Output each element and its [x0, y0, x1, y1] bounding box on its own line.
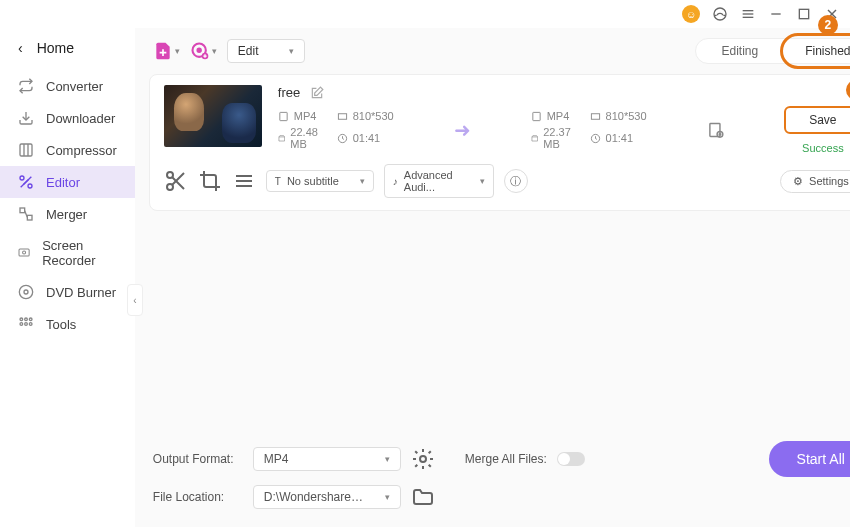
sidebar-item-compressor[interactable]: Compressor [0, 134, 135, 166]
svg-point-20 [23, 251, 26, 254]
chevron-down-icon: ▾ [385, 454, 390, 464]
source-meta: MP4 810*530 22.48 MB 01:41 [278, 110, 394, 150]
svg-line-18 [25, 211, 28, 218]
svg-rect-19 [19, 249, 29, 256]
save-button[interactable]: Save 1 [784, 106, 850, 134]
output-settings-icon[interactable] [707, 120, 724, 140]
chevron-down-icon: ▾ [360, 176, 365, 186]
sidebar-item-label: Screen Recorder [42, 238, 117, 268]
info-icon[interactable]: ⓘ [504, 169, 528, 193]
svg-point-24 [25, 318, 28, 321]
settings-button[interactable]: ⚙Settings [780, 170, 850, 193]
sidebar-item-label: Editor [46, 175, 80, 190]
chevron-down-icon: ▾ [480, 176, 485, 186]
size-icon [531, 133, 539, 144]
svg-point-40 [167, 172, 173, 178]
subtitle-select[interactable]: TNo subtitle▾ [266, 170, 374, 192]
collapse-sidebar-button[interactable]: ‹ [127, 284, 143, 316]
user-avatar[interactable]: ☺ [682, 5, 700, 23]
svg-rect-32 [280, 112, 287, 120]
merger-icon [18, 206, 34, 222]
svg-rect-16 [20, 208, 25, 213]
sidebar-item-converter[interactable]: Converter [0, 70, 135, 102]
compressor-icon [18, 142, 34, 158]
maximize-icon[interactable] [796, 6, 812, 22]
svg-rect-5 [799, 9, 808, 18]
svg-rect-17 [27, 215, 32, 220]
file-location-select[interactable]: D:\Wondershare UniConverter 1▾ [253, 485, 401, 509]
recorder-icon [18, 245, 30, 261]
crop-icon[interactable] [198, 169, 222, 193]
svg-point-12 [20, 176, 24, 180]
sidebar-item-label: Tools [46, 317, 76, 332]
clock-icon [590, 133, 601, 144]
clock-icon [337, 133, 348, 144]
list-icon[interactable] [232, 169, 256, 193]
svg-point-22 [24, 290, 28, 294]
sidebar-item-downloader[interactable]: Downloader [0, 102, 135, 134]
callout-2: 2 [818, 15, 838, 35]
audio-icon: ♪ [393, 176, 398, 187]
home-nav[interactable]: ‹ Home [0, 36, 135, 70]
video-thumbnail[interactable] [164, 85, 262, 147]
svg-rect-35 [533, 112, 540, 120]
add-dvd-icon [190, 41, 210, 61]
sidebar-item-merger[interactable]: Merger [0, 198, 135, 230]
home-label: Home [37, 40, 74, 56]
gear-icon: ⚙ [793, 175, 803, 188]
chevron-down-icon: ▾ [212, 46, 217, 56]
support-icon[interactable] [712, 6, 728, 22]
sidebar-item-label: Compressor [46, 143, 117, 158]
editor-icon [18, 174, 34, 190]
svg-point-21 [19, 285, 32, 298]
add-dvd-button[interactable]: ▾ [190, 41, 217, 61]
back-icon: ‹ [18, 40, 23, 56]
open-folder-icon[interactable] [411, 485, 435, 509]
output-format-label: Output Format: [153, 452, 243, 466]
add-file-button[interactable]: ▾ [153, 41, 180, 61]
add-file-icon [153, 41, 173, 61]
tab-editing[interactable]: Editing [696, 39, 784, 63]
rename-icon[interactable] [310, 86, 324, 100]
status-tabs: Editing Finished 1 2 [695, 38, 850, 64]
chevron-down-icon: ▾ [289, 46, 294, 56]
menu-icon[interactable] [740, 6, 756, 22]
sidebar-item-dvd[interactable]: DVD Burner [0, 276, 135, 308]
resolution-icon [337, 111, 348, 122]
subtitle-icon: T [275, 176, 281, 187]
edit-mode-label: Edit [238, 44, 259, 58]
merge-toggle[interactable] [557, 452, 585, 466]
status-text: Success [784, 142, 850, 154]
file-name: free [278, 85, 300, 100]
arrow-right-icon: ➜ [454, 118, 471, 142]
sidebar-item-recorder[interactable]: Screen Recorder [0, 230, 135, 276]
output-format-select[interactable]: MP4▾ [253, 447, 401, 471]
svg-point-27 [25, 323, 28, 326]
resolution-icon [590, 111, 601, 122]
converter-icon [18, 78, 34, 94]
edit-mode-select[interactable]: Edit ▾ [227, 39, 305, 63]
svg-point-25 [29, 318, 32, 321]
sidebar-item-tools[interactable]: Tools [0, 308, 135, 340]
svg-point-47 [420, 456, 426, 462]
sidebar-item-label: Merger [46, 207, 87, 222]
sidebar-item-label: Downloader [46, 111, 115, 126]
downloader-icon [18, 110, 34, 126]
merge-label: Merge All Files: [465, 452, 547, 466]
sidebar-item-editor[interactable]: Editor [0, 166, 135, 198]
sidebar: ‹ Home Converter Downloader Compressor E… [0, 28, 135, 527]
start-all-button[interactable]: Start All [769, 441, 850, 477]
dvd-icon [18, 284, 34, 300]
svg-point-28 [29, 323, 32, 326]
svg-point-41 [167, 184, 173, 190]
cut-icon[interactable] [164, 169, 188, 193]
svg-point-26 [20, 323, 23, 326]
svg-rect-36 [591, 113, 599, 119]
sidebar-item-label: Converter [46, 79, 103, 94]
tools-icon [18, 316, 34, 332]
minimize-icon[interactable] [768, 6, 784, 22]
audio-select[interactable]: ♪Advanced Audi...▾ [384, 164, 494, 198]
tab-finished[interactable]: Finished 1 2 [784, 39, 850, 63]
format-settings-icon[interactable] [411, 447, 435, 471]
svg-point-30 [197, 49, 200, 52]
